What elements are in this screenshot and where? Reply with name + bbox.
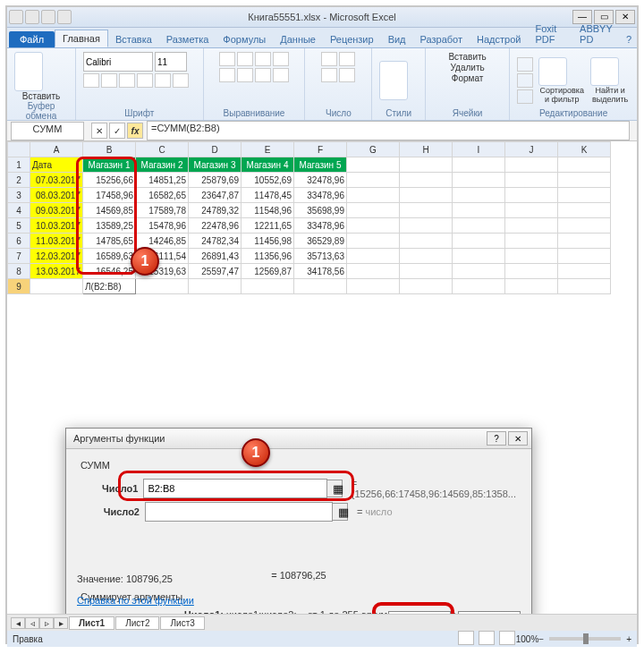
decimal-dec-icon[interactable] <box>339 68 355 82</box>
tab-nav-prev-icon[interactable]: ◃ <box>25 617 39 629</box>
tab-addins[interactable]: Надстрой <box>470 31 528 47</box>
cell[interactable] <box>558 234 611 249</box>
cell[interactable] <box>347 188 400 203</box>
function-help-link[interactable]: Справка по этой функции <box>77 595 194 606</box>
cell[interactable] <box>400 249 453 264</box>
cell[interactable]: 32478,96 <box>294 173 347 188</box>
col-header[interactable]: B <box>83 142 136 157</box>
cell[interactable] <box>558 264 611 279</box>
cell[interactable] <box>453 234 505 249</box>
format-cells-button[interactable]: Формат <box>452 73 484 83</box>
tab-developer[interactable]: Разработ <box>413 31 470 47</box>
cell[interactable]: 34178,56 <box>294 264 347 279</box>
cell[interactable]: 11.03.2017 <box>30 234 83 249</box>
cell[interactable]: Магазин 5 <box>294 157 347 173</box>
cell[interactable]: 15478,96 <box>136 218 189 234</box>
cell[interactable]: 15256,66 <box>83 173 136 188</box>
sort-filter-button[interactable] <box>538 57 567 86</box>
cell[interactable]: 17589,78 <box>136 203 189 218</box>
align-middle-icon[interactable] <box>237 52 253 66</box>
tab-review[interactable]: Рецензир <box>323 31 381 47</box>
cell[interactable]: 16582,65 <box>136 188 189 203</box>
view-normal-icon[interactable] <box>458 631 474 645</box>
number-format-icon[interactable] <box>321 52 337 66</box>
row-header[interactable]: 3 <box>8 188 30 203</box>
accept-formula-icon[interactable]: ✓ <box>109 123 125 139</box>
align-center-icon[interactable] <box>237 68 253 82</box>
cell[interactable] <box>558 203 611 218</box>
cell[interactable]: 11356,96 <box>242 249 294 264</box>
cell[interactable]: 12211,65 <box>242 218 294 234</box>
arg2-range-button[interactable]: ▦ <box>332 503 348 521</box>
cell[interactable]: 11456,98 <box>242 234 294 249</box>
cell[interactable] <box>400 218 453 234</box>
tab-foxit[interactable]: Foxit PDF <box>528 21 572 47</box>
italic-icon[interactable] <box>101 73 117 88</box>
cell[interactable]: 10552,69 <box>242 173 294 188</box>
cell[interactable] <box>558 279 611 294</box>
cell[interactable] <box>400 173 453 188</box>
cell[interactable] <box>347 249 400 264</box>
cell[interactable]: 11478,45 <box>242 188 294 203</box>
cancel-button[interactable]: Отмена <box>458 611 521 614</box>
wrap-icon[interactable] <box>273 52 289 66</box>
zoom-thumb[interactable] <box>583 633 589 644</box>
col-header[interactable]: C <box>136 142 189 157</box>
active-cell[interactable]: Л(B2:B8) <box>83 279 136 294</box>
view-page-layout-icon[interactable] <box>479 631 495 645</box>
cell[interactable] <box>505 249 558 264</box>
cell[interactable]: 33478,96 <box>294 218 347 234</box>
arg2-input[interactable] <box>145 502 333 522</box>
zoom-level[interactable]: 100% <box>516 634 539 644</box>
row-header[interactable]: 9 <box>8 279 30 294</box>
row-header[interactable]: 4 <box>8 203 30 218</box>
percent-icon[interactable] <box>339 52 355 66</box>
align-right-icon[interactable] <box>255 68 271 82</box>
tab-home[interactable]: Главная <box>55 30 108 47</box>
zoom-slider[interactable] <box>549 637 621 641</box>
tab-data[interactable]: Данные <box>273 31 323 47</box>
tab-nav-last-icon[interactable]: ▸ <box>54 617 68 629</box>
cell[interactable]: 26891,43 <box>189 249 242 264</box>
cell[interactable] <box>453 279 505 294</box>
select-all-corner[interactable] <box>8 142 30 157</box>
dialog-help-button[interactable]: ? <box>487 431 506 446</box>
cell[interactable] <box>242 279 294 294</box>
cell[interactable]: 08.03.2017 <box>30 188 83 203</box>
cell[interactable]: Магазин 3 <box>189 157 242 173</box>
col-header[interactable]: K <box>558 142 611 157</box>
cell[interactable] <box>453 173 505 188</box>
cell[interactable]: 14246,85 <box>136 234 189 249</box>
fill-color-icon[interactable] <box>155 73 171 88</box>
col-header[interactable]: G <box>347 142 400 157</box>
row-header[interactable]: 6 <box>8 234 30 249</box>
file-tab[interactable]: Файл <box>9 31 55 47</box>
cell[interactable]: Магазин 1 <box>83 157 136 173</box>
tab-nav-next-icon[interactable]: ▹ <box>39 617 54 629</box>
decimal-inc-icon[interactable] <box>321 68 337 82</box>
cell[interactable] <box>347 264 400 279</box>
cell[interactable] <box>347 234 400 249</box>
tab-nav-first-icon[interactable]: ◂ <box>11 617 25 629</box>
cell[interactable]: 07.03.2017 <box>30 173 83 188</box>
tab-layout[interactable]: Разметка <box>159 31 216 47</box>
zoom-out-button[interactable]: − <box>538 634 544 644</box>
cell[interactable]: 14569,85 <box>83 203 136 218</box>
cell[interactable] <box>505 157 558 173</box>
tab-view[interactable]: Вид <box>381 31 413 47</box>
cell[interactable] <box>505 264 558 279</box>
cell[interactable] <box>558 188 611 203</box>
cell[interactable] <box>558 249 611 264</box>
name-box[interactable]: СУММ <box>11 122 84 140</box>
cell[interactable] <box>400 234 453 249</box>
cell[interactable] <box>347 157 400 173</box>
clear-icon[interactable] <box>517 89 533 104</box>
grid[interactable]: A B C D E F G H I J K 1 Дата Магазин 1 М… <box>7 141 611 294</box>
cell[interactable] <box>189 279 242 294</box>
cell[interactable]: Магазин 4 <box>242 157 294 173</box>
cell[interactable] <box>453 249 505 264</box>
cell[interactable]: 25597,47 <box>189 264 242 279</box>
cell[interactable]: 16546,25 <box>83 264 136 279</box>
help-icon[interactable]: ? <box>621 31 637 47</box>
cell[interactable] <box>505 188 558 203</box>
